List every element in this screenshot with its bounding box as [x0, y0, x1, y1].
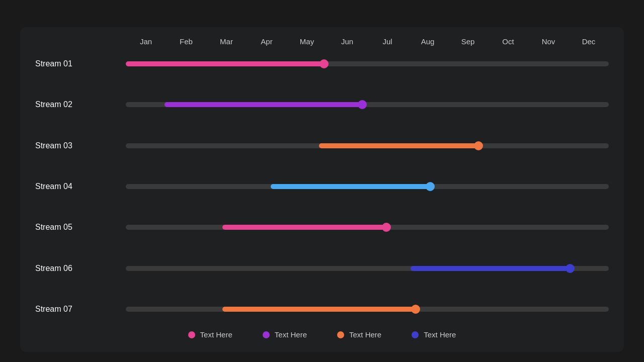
- track-dot: [426, 182, 435, 191]
- track-area: [126, 102, 609, 107]
- month-label: Jan: [126, 37, 166, 46]
- track-dot: [319, 59, 329, 68]
- streams-area: Stream 01Stream 02Stream 03Stream 04Stre…: [35, 51, 609, 322]
- legend-item: Text Here: [412, 330, 456, 339]
- track-fill: [222, 225, 386, 230]
- legend-label: Text Here: [424, 330, 456, 339]
- track-fill: [165, 102, 363, 107]
- stream-row: Stream 03: [35, 133, 609, 159]
- month-label: Oct: [488, 37, 528, 46]
- legend-item: Text Here: [337, 330, 381, 339]
- legend-item: Text Here: [188, 330, 232, 339]
- track-dot: [474, 141, 483, 150]
- month-label: Nov: [528, 37, 569, 46]
- legend-area: Text HereText HereText HereText Here: [35, 330, 609, 342]
- stream-label: Stream 01: [35, 59, 126, 68]
- track-area: [126, 225, 609, 230]
- track-dot: [411, 305, 420, 314]
- track-fill: [126, 61, 324, 66]
- month-label: Apr: [247, 37, 287, 46]
- stream-row: Stream 07: [35, 296, 609, 322]
- track-area: [126, 61, 609, 66]
- legend-dot: [337, 331, 344, 338]
- month-label: Feb: [166, 37, 206, 46]
- legend-dot: [263, 331, 270, 338]
- stream-row: Stream 06: [35, 255, 609, 282]
- months-header: JanFebMarAprMayJunJulAugSepOctNovDec: [126, 37, 609, 46]
- legend-dot: [188, 331, 195, 338]
- stream-row: Stream 01: [35, 51, 609, 77]
- stream-label: Stream 05: [35, 223, 126, 232]
- track-fill: [411, 266, 570, 271]
- month-label: Sep: [448, 37, 488, 46]
- month-label: Mar: [206, 37, 247, 46]
- track-area: [126, 266, 609, 271]
- month-label: May: [287, 37, 327, 46]
- stream-label: Stream 06: [35, 264, 126, 273]
- month-label: Aug: [408, 37, 448, 46]
- legend-item: Text Here: [263, 330, 307, 339]
- legend-label: Text Here: [200, 330, 232, 339]
- track-fill: [319, 143, 478, 148]
- stream-label: Stream 02: [35, 100, 126, 109]
- stream-row: Stream 02: [35, 92, 609, 118]
- chart-container: JanFebMarAprMayJunJulAugSepOctNovDec Str…: [20, 27, 624, 352]
- track-area: [126, 184, 609, 189]
- track-fill: [222, 307, 416, 312]
- stream-row: Stream 05: [35, 214, 609, 240]
- month-label: Dec: [569, 37, 609, 46]
- stream-label: Stream 03: [35, 141, 126, 150]
- month-label: Jul: [367, 37, 408, 46]
- track-area: [126, 307, 609, 312]
- legend-dot: [412, 331, 419, 338]
- stream-row: Stream 04: [35, 173, 609, 200]
- track-dot: [358, 100, 367, 109]
- track-dot: [566, 264, 575, 273]
- legend-label: Text Here: [349, 330, 381, 339]
- track-dot: [382, 223, 391, 232]
- legend-label: Text Here: [275, 330, 307, 339]
- track-area: [126, 143, 609, 148]
- month-label: Jun: [327, 37, 367, 46]
- stream-label: Stream 07: [35, 305, 126, 314]
- track-fill: [271, 184, 430, 189]
- stream-label: Stream 04: [35, 182, 126, 191]
